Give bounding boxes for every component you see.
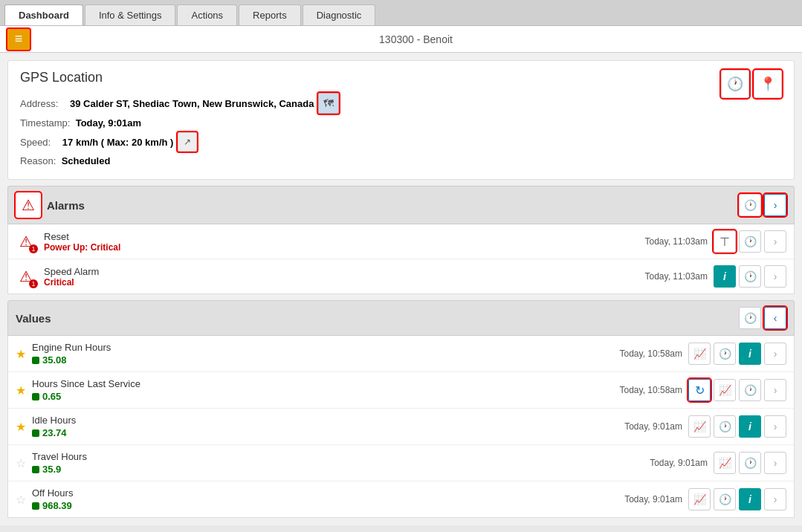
values-header: Values 🕐 ‹ bbox=[7, 300, 795, 336]
timestamp-label: Timestamp: bbox=[20, 117, 70, 129]
gps-address-row: Address: 39 Calder ST, Shediac Town, New… bbox=[20, 93, 721, 114]
alarms-chevron-button[interactable]: › bbox=[764, 194, 786, 216]
gps-timestamp-row: Timestamp: Today, 9:01am bbox=[20, 117, 721, 129]
alarm-filter-button[interactable]: ⊤ bbox=[714, 230, 736, 253]
value-info-button[interactable]: i bbox=[739, 488, 761, 510]
tab-reports[interactable]: Reports bbox=[239, 4, 301, 25]
alarms-section: ⚠ Alarms 🕐 › ⚠ 1 Reset Power Up: Critica… bbox=[7, 186, 795, 294]
gps-map-button[interactable]: 📍 bbox=[754, 70, 782, 98]
alarm-clock-button-2[interactable]: 🕐 bbox=[739, 265, 761, 288]
alarm-actions: i 🕐 › bbox=[714, 265, 786, 288]
gps-location-card: GPS Location Address: 39 Calder ST, Shed… bbox=[7, 60, 795, 180]
tab-dashboard[interactable]: Dashboard bbox=[4, 4, 83, 25]
alarms-header: ⚠ Alarms 🕐 › bbox=[7, 186, 795, 224]
header-title: 130300 - Benoit bbox=[37, 33, 795, 45]
value-chevron-button[interactable]: › bbox=[764, 488, 786, 510]
alarm-name: Reset bbox=[44, 231, 645, 242]
value-info: Travel Hours 35.9 bbox=[32, 451, 650, 475]
value-chevron-button[interactable]: › bbox=[764, 415, 786, 438]
alarms-clock-button[interactable]: 🕐 bbox=[739, 194, 761, 216]
gps-history-button[interactable]: 🕐 bbox=[721, 70, 749, 98]
value-row: ☆ Off Hours 968.39 Today, 9:01am 📈 🕐 i › bbox=[8, 481, 794, 517]
tab-info-settings[interactable]: Info & Settings bbox=[85, 4, 176, 25]
values-chevron-button[interactable]: ‹ bbox=[764, 307, 786, 329]
value-time: Today, 9:01am bbox=[624, 494, 682, 505]
star-button[interactable]: ★ bbox=[16, 383, 26, 398]
alarm-info: Reset Power Up: Critical bbox=[44, 231, 645, 253]
value-name: Travel Hours bbox=[32, 451, 650, 462]
alarm-time: Today, 11:03am bbox=[645, 236, 708, 247]
address-value: 39 Calder ST, Shediac Town, New Brunswic… bbox=[70, 98, 314, 109]
value-clock-button[interactable]: 🕐 bbox=[739, 379, 761, 401]
alarm-row: ⚠ 1 Speed Alarm Critical Today, 11:03am … bbox=[8, 259, 794, 293]
alarm-clock-button[interactable]: 🕐 bbox=[739, 230, 761, 253]
alarm-chevron-button[interactable]: › bbox=[764, 230, 786, 253]
value-actions: ↻ 📈 🕐 › bbox=[688, 379, 786, 401]
tab-actions[interactable]: Actions bbox=[177, 4, 237, 25]
speed-label: Speed: bbox=[20, 137, 51, 148]
gps-title: GPS Location bbox=[20, 70, 721, 85]
alarm-warning-icon: ⚠ 1 bbox=[16, 231, 36, 252]
star-button[interactable]: ★ bbox=[16, 420, 26, 434]
chart-button[interactable]: 📈 bbox=[688, 415, 711, 438]
gps-card-icons: 🕐 📍 bbox=[721, 70, 782, 98]
values-clock-button[interactable]: 🕐 bbox=[739, 307, 761, 329]
chart-button[interactable]: 📈 bbox=[714, 379, 736, 401]
gps-reason-row: Reason: Scheduled bbox=[20, 155, 721, 166]
values-section: Values 🕐 ‹ ★ Engine Run Hours 35.08 Toda… bbox=[7, 300, 795, 518]
value-name: Engine Run Hours bbox=[32, 342, 620, 353]
star-button[interactable]: ☆ bbox=[16, 493, 26, 507]
chart-button[interactable]: 📈 bbox=[688, 343, 711, 365]
tab-diagnostic[interactable]: Diagnostic bbox=[303, 4, 376, 25]
alarms-header-icons: 🕐 › bbox=[739, 194, 786, 216]
alarm-time: Today, 11:03am bbox=[645, 271, 708, 282]
value-clock-button[interactable]: 🕐 bbox=[714, 488, 736, 510]
value-info-button[interactable]: i bbox=[739, 343, 761, 365]
value-row: ★ Hours Since Last Service 0.65 Today, 1… bbox=[8, 372, 794, 409]
address-label: Address: bbox=[20, 98, 58, 109]
value-info: Hours Since Last Service 0.65 bbox=[32, 378, 620, 402]
value-row: ★ Idle Hours 23.74 Today, 9:01am 📈 🕐 i › bbox=[8, 409, 794, 445]
value-row: ☆ Travel Hours 35.9 Today, 9:01am 📈 🕐 › bbox=[8, 445, 794, 481]
header-bar: ≡ 130300 - Benoit bbox=[0, 26, 802, 53]
value-info: Idle Hours 23.74 bbox=[32, 415, 624, 438]
star-button[interactable]: ☆ bbox=[16, 456, 26, 470]
value-clock-button[interactable]: 🕐 bbox=[714, 343, 736, 365]
alarm-severity: Critical bbox=[44, 277, 645, 288]
alarm-chevron-button-2[interactable]: › bbox=[764, 265, 786, 288]
value-clock-button[interactable]: 🕐 bbox=[739, 452, 761, 474]
star-button[interactable]: ★ bbox=[16, 347, 26, 361]
alarm-row: ⚠ 1 Reset Power Up: Critical Today, 11:0… bbox=[8, 224, 794, 259]
alarm-info: Speed Alarm Critical bbox=[44, 266, 645, 288]
values-list: ★ Engine Run Hours 35.08 Today, 10:58am … bbox=[7, 336, 795, 518]
values-header-icons: 🕐 ‹ bbox=[739, 307, 786, 329]
value-number: 35.9 bbox=[32, 464, 650, 475]
alarm-severity: Power Up: Critical bbox=[44, 242, 645, 253]
reason-label: Reason: bbox=[20, 155, 56, 166]
value-time: Today, 10:58am bbox=[620, 348, 683, 359]
sync-button[interactable]: ↻ bbox=[688, 379, 711, 401]
gps-card-header: GPS Location Address: 39 Calder ST, Shed… bbox=[20, 70, 782, 170]
map-thumbnail[interactable]: 🗺 bbox=[318, 93, 339, 114]
value-actions: 📈 🕐 i › bbox=[688, 343, 786, 365]
gps-speed-row: Speed: 17 km/h ( Max: 20 km/h ) ↗ bbox=[20, 132, 721, 152]
value-time: Today, 9:01am bbox=[624, 421, 682, 432]
chart-button[interactable]: 📈 bbox=[688, 488, 711, 510]
value-chevron-button[interactable]: › bbox=[764, 452, 786, 474]
timestamp-value: Today, 9:01am bbox=[76, 117, 141, 129]
value-name: Off Hours bbox=[32, 487, 624, 499]
tabs-bar: Dashboard Info & Settings Actions Report… bbox=[0, 0, 802, 26]
value-chevron-button[interactable]: › bbox=[764, 343, 786, 365]
alarm-info-icon-btn[interactable]: i bbox=[714, 265, 736, 288]
value-number: 23.74 bbox=[32, 427, 624, 438]
value-actions: 📈 🕐 › bbox=[714, 452, 786, 474]
value-chevron-button[interactable]: › bbox=[764, 379, 786, 401]
speed-icon[interactable]: ↗ bbox=[178, 132, 197, 152]
value-time: Today, 9:01am bbox=[650, 458, 708, 468]
value-info-button[interactable]: i bbox=[739, 415, 761, 438]
menu-button[interactable]: ≡ bbox=[7, 29, 30, 50]
chart-button[interactable]: 📈 bbox=[714, 452, 736, 474]
reason-value: Scheduled bbox=[62, 155, 111, 166]
value-clock-button[interactable]: 🕐 bbox=[714, 415, 736, 438]
value-number: 968.39 bbox=[32, 500, 624, 511]
